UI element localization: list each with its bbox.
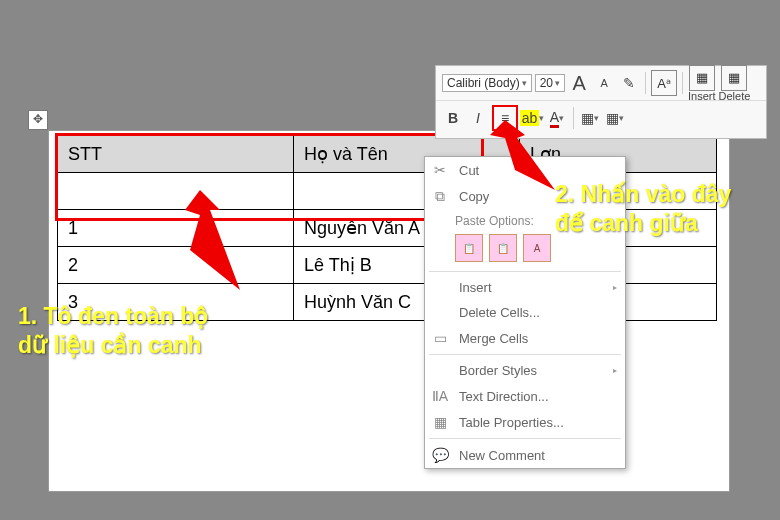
styles-icon[interactable]: Aᵃ xyxy=(651,70,677,96)
paste-keep-formatting[interactable]: 📋 xyxy=(455,234,483,262)
col-header-stt[interactable]: STT xyxy=(58,136,294,173)
menu-merge-cells[interactable]: ▭Merge Cells xyxy=(425,325,625,351)
menu-delete-cells[interactable]: Delete Cells... xyxy=(425,300,625,325)
grow-font-button[interactable]: A xyxy=(568,72,590,94)
svg-marker-0 xyxy=(185,190,240,290)
arrow-step2 xyxy=(475,120,575,214)
delete-button[interactable]: ▦ xyxy=(721,65,747,91)
menu-table-properties[interactable]: ▦Table Properties... xyxy=(425,409,625,435)
properties-icon: ▦ xyxy=(431,414,449,430)
menu-insert[interactable]: Insert▸ xyxy=(425,275,625,300)
table-move-handle[interactable]: ✥ xyxy=(28,110,48,130)
scissors-icon: ✂ xyxy=(431,162,449,178)
shading-button[interactable]: ▦▾ xyxy=(579,107,601,129)
menu-border-styles[interactable]: Border Styles▸ xyxy=(425,358,625,383)
bold-button[interactable]: B xyxy=(442,107,464,129)
format-painter-button[interactable]: ✎ xyxy=(618,72,640,94)
insert-button[interactable]: ▦ xyxy=(689,65,715,91)
comment-icon: 💬 xyxy=(431,447,449,463)
annotation-step2: 2. Nhấn vào đây để canh giữa xyxy=(555,180,731,238)
text-direction-icon: ⅡA xyxy=(431,388,449,404)
menu-text-direction[interactable]: ⅡAText Direction... xyxy=(425,383,625,409)
menu-new-comment[interactable]: 💬New Comment xyxy=(425,442,625,468)
arrow-step1 xyxy=(130,190,250,314)
merge-icon: ▭ xyxy=(431,330,449,346)
font-name-select[interactable]: Calibri (Body)▾ xyxy=(442,74,532,92)
svg-marker-1 xyxy=(490,120,555,190)
paste-text-only[interactable]: A xyxy=(523,234,551,262)
paste-merge-formatting[interactable]: 📋 xyxy=(489,234,517,262)
font-size-select[interactable]: 20▾ xyxy=(535,74,565,92)
copy-icon: ⧉ xyxy=(431,188,449,205)
borders-button[interactable]: ▦▾ xyxy=(604,107,626,129)
shrink-font-button[interactable]: A xyxy=(593,72,615,94)
